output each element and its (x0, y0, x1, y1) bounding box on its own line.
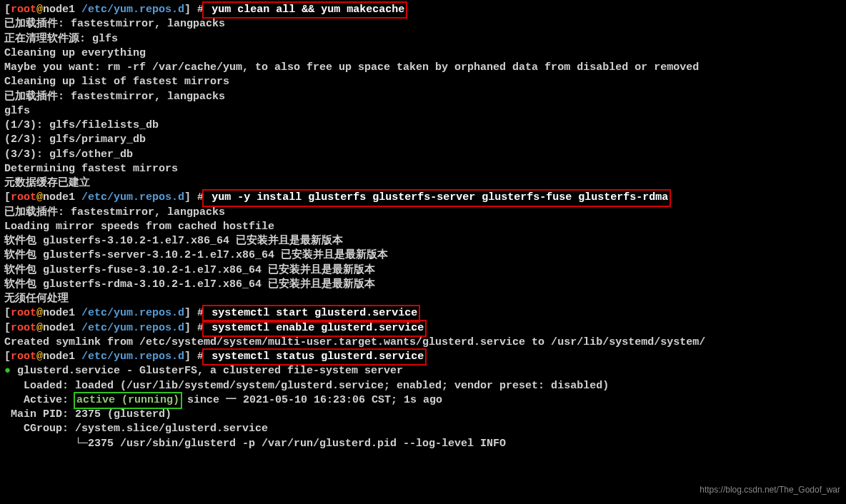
status-title: ● glusterd.service - GlusterFS, a cluste… (4, 364, 842, 378)
output-line: 软件包 glusterfs-3.10.2-1.el7.x86_64 已安装并且是… (4, 234, 842, 248)
active-running-badge: active (running) (75, 393, 181, 408)
output-line: (2/3): glfs/primary_db (4, 133, 842, 147)
output-line: Loading mirror speeds from cached hostfi… (4, 220, 842, 234)
output-line: Cleaning up everything (4, 46, 842, 61)
output-line: Cleaning up list of fastest mirrors (4, 75, 842, 89)
output-line: 已加载插件: fastestmirror, langpacks (4, 206, 842, 220)
output-line: 正在清理软件源: glfs (4, 32, 842, 46)
output-line: (1/3): glfs/filelists_db (4, 119, 842, 133)
status-cgroup-child: └─2375 /usr/sbin/glusterd -p /var/run/gl… (4, 437, 842, 451)
status-loaded: Loaded: loaded (/usr/lib/systemd/system/… (4, 379, 842, 393)
output-line: Created symlink from /etc/systemd/system… (4, 336, 842, 350)
status-active: Active: active (running) since 一 2021-05… (4, 393, 842, 408)
command-systemctl-enable: systemctl enable glusterd.service (204, 321, 425, 336)
output-line: (3/3): glfs/other_db (4, 148, 842, 162)
command-systemctl-status: systemctl status glusterd.service (204, 350, 425, 364)
status-mainpid: Main PID: 2375 (glusterd) (4, 408, 842, 422)
status-cgroup: CGroup: /system.slice/glusterd.service (4, 422, 842, 436)
output-line: Determining fastest mirrors (4, 162, 842, 176)
command-yum-install: yum -y install glusterfs glusterfs-serve… (204, 191, 670, 205)
output-line: glfs (4, 104, 842, 119)
prompt-line-3[interactable]: [root@node1 /etc/yum.repos.d] # systemct… (4, 306, 842, 321)
output-line: 软件包 glusterfs-fuse-3.10.2-1.el7.x86_64 已… (4, 263, 842, 278)
output-line: 软件包 glusterfs-rdma-3.10.2-1.el7.x86_64 已… (4, 278, 842, 292)
command-systemctl-start: systemctl start glusterd.service (204, 306, 419, 321)
output-line: 已加载插件: fastestmirror, langpacks (4, 17, 842, 31)
output-line: 元数据缓存已建立 (4, 176, 842, 191)
output-line: Maybe you want: rm -rf /var/cache/yum, t… (4, 61, 842, 75)
terminal-output: [root@node1 /etc/yum.repos.d] # yum clea… (4, 3, 842, 451)
output-line: 软件包 glusterfs-server-3.10.2-1.el7.x86_64… (4, 248, 842, 263)
prompt-line-2[interactable]: [root@node1 /etc/yum.repos.d] # yum -y i… (4, 191, 842, 205)
watermark: https://blog.csdn.net/The_Godof_war (700, 484, 840, 495)
output-line: 无须任何处理 (4, 292, 842, 306)
status-dot-icon: ● (4, 365, 11, 377)
command-yum-clean: yum clean all && yum makecache (204, 3, 406, 17)
output-line: 已加载插件: fastestmirror, langpacks (4, 90, 842, 104)
prompt-line-4[interactable]: [root@node1 /etc/yum.repos.d] # systemct… (4, 321, 842, 336)
prompt-line-5[interactable]: [root@node1 /etc/yum.repos.d] # systemct… (4, 350, 842, 364)
prompt-line-1[interactable]: [root@node1 /etc/yum.repos.d] # yum clea… (4, 3, 842, 17)
